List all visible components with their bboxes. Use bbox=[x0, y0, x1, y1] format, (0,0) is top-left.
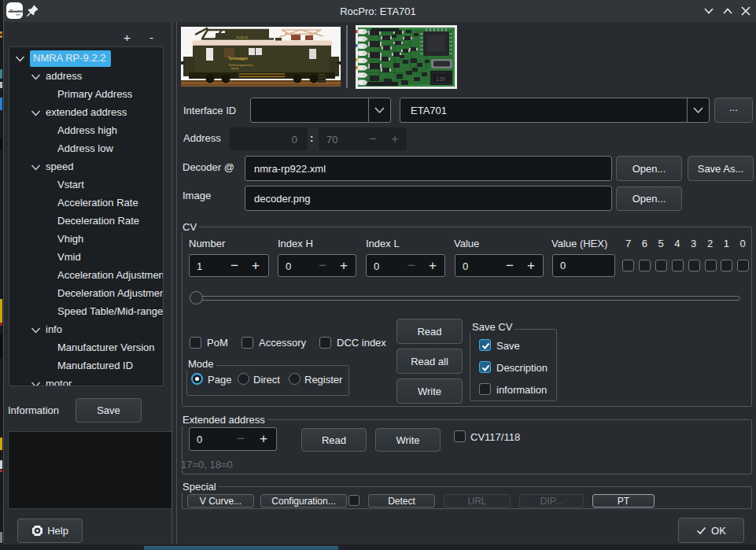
svg-text:70 80 01: 70 80 01 bbox=[236, 35, 249, 39]
svg-text:Turmwagen: Turmwagen bbox=[228, 57, 248, 61]
svg-text:Leipzig: Leipzig bbox=[230, 67, 238, 70]
svg-text:135: 135 bbox=[436, 76, 446, 83]
